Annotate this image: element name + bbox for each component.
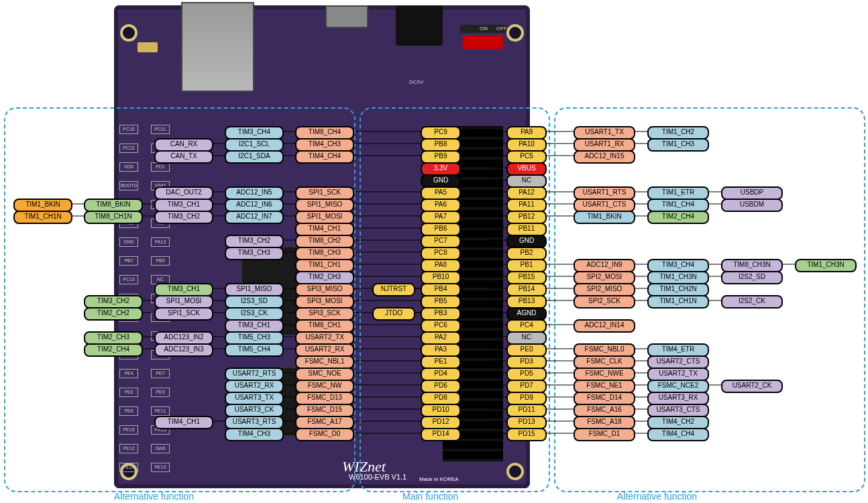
pin-dacout2: DAC_OUT2 (154, 186, 213, 200)
pin-tim8ch1n: TIM8_CH1N (84, 211, 143, 224)
pin-pb15: PB15 (506, 271, 547, 284)
dc5v-label: DC5V (409, 79, 423, 85)
pin-tim3ch1: TIM3_CH1 (154, 199, 213, 212)
pin-pa3: PA3 (421, 343, 461, 357)
pin-usbdp: USBDP (721, 186, 783, 200)
pin-usart3rts: USART3_RTS (225, 416, 284, 429)
pin-pa2: PA2 (421, 331, 461, 345)
pin-usart3tx: USART3_TX (225, 392, 284, 405)
pin-pc6: PC6 (421, 319, 461, 333)
pin-pd13: PD13 (506, 416, 547, 429)
pin-nc: NC (506, 174, 547, 188)
pin-usart1rts: USART1_RTS (574, 186, 635, 200)
pin-usart2cts: USART2_CTS (647, 355, 709, 369)
pin-pd6: PD6 (421, 380, 461, 393)
pin-tim2ch2: TIM2_CH2 (84, 307, 143, 321)
pin-tim4ch1: TIM4_CH1 (154, 416, 213, 429)
pin-tim2ch4: TIM2_CH4 (647, 211, 709, 224)
pin-tim3ch3: TIM3_CH3 (225, 247, 284, 260)
pin-fsmcnbl1: FSMC_NBL1 (295, 355, 354, 369)
off-label: OFF (496, 25, 507, 32)
pin-fsmcd1: FSMC_D1 (574, 428, 635, 441)
pin-fsmca16: FSMC_A16 (574, 404, 635, 417)
pin-usart3rx: USART3_RX (647, 392, 709, 405)
pin-spi2sck: SPI2_SCK (574, 295, 635, 309)
pin-pb2: PB2 (506, 247, 547, 260)
pin-tim1ch4: TIM1_CH4 (647, 199, 709, 212)
mounting-hole (506, 24, 524, 42)
power-switch (463, 36, 503, 49)
pin-tim4ch4: TIM4_CH4 (295, 150, 354, 164)
usb-connector (325, 5, 368, 28)
pin-pc8: PC8 (421, 247, 461, 260)
pin-usart2tx: USART2_TX (647, 368, 709, 381)
pin-usart2rx: USART2_RX (295, 343, 354, 357)
pin-pa7: PA7 (421, 211, 461, 224)
pin-usart1cts: USART1_CTS (574, 199, 635, 212)
pin-i2c1sda: I2C1_SDA (225, 150, 284, 164)
pin-pc9: PC9 (421, 126, 461, 139)
pin-tim3ch4: TIM3_CH4 (225, 126, 284, 139)
pin-i2s2sd: I2S2_SD (721, 271, 783, 284)
pin-fsmcnw: FSMC_NW (295, 380, 354, 393)
pin-pb10: PB10 (421, 271, 461, 284)
pin-tim8ch1: TIM8_CH1 (295, 319, 354, 333)
pin-adc12in14: ADC12_IN14 (574, 319, 635, 333)
pin-pa9: PA9 (506, 126, 547, 139)
pin-adc12in6: ADC12_IN6 (225, 199, 284, 212)
pin-fsmcnwe: FSMC_NWE (574, 368, 635, 381)
pin-tim8bkin: TIM8_BKIN (84, 199, 143, 212)
pin-adc12in15: ADC12_IN15 (574, 150, 635, 164)
pin-fsmcd14: FSMC_D14 (574, 392, 635, 405)
pin-pa8: PA8 (421, 259, 461, 272)
pin-tim1bkin: TIM1_BKIN (13, 199, 72, 212)
pin-pd8: PD8 (421, 392, 461, 405)
pin-pa12: PA12 (506, 186, 547, 200)
pin-pe1: PE1 (421, 355, 461, 369)
pin-usart2rts: USART2_RTS (225, 368, 284, 381)
pin-pb11: PB11 (506, 223, 547, 236)
pin-pb8: PB8 (421, 138, 461, 152)
pin-pd14: PD14 (421, 428, 461, 441)
pin-tim3ch1: TIM3_CH1 (154, 283, 213, 296)
pin-tim1ch2n: TIM1_CH2N (647, 283, 709, 296)
pin-usbdm: USBDM (721, 199, 783, 212)
pin-i2s3ck: I2S3_CK (225, 307, 284, 321)
pin-pb9: PB9 (421, 150, 461, 164)
pin-spi3mosi: SPI3_MOSI (295, 295, 354, 309)
pin-usart2tx: USART2_TX (295, 331, 354, 345)
pin-fsmca18: FSMC_A18 (574, 416, 635, 429)
pin-fsmcd15: FSMC_D15 (295, 404, 354, 417)
pin-usart3ck: USART3_CK (225, 404, 284, 417)
pin-tim1ch1n: TIM1_CH1N (13, 211, 72, 224)
pin-pb3: PB3 (421, 307, 461, 321)
pin-spi3miso: SPI3_MISO (295, 283, 354, 296)
pin-pd15: PD15 (506, 428, 547, 441)
pin-pb6: PB6 (421, 223, 461, 236)
pin-adc12in5: ADC12_IN5 (225, 186, 284, 200)
pin-jtdo: JTDO (372, 307, 415, 321)
pin-pd11: PD11 (506, 404, 547, 417)
pin-tim1ch2: TIM1_CH2 (647, 126, 709, 139)
pin-pc5: PC5 (506, 150, 547, 164)
pin-pd3: PD3 (506, 355, 547, 369)
pin-pa5: PA5 (421, 186, 461, 200)
pin-fsmcnbl0: FSMC_NBL0 (574, 343, 635, 357)
pin-pd12: PD12 (421, 416, 461, 429)
pin-pb5: PB5 (421, 295, 461, 309)
pin-pe0: PE0 (506, 343, 547, 357)
pin-i2c1scl: I2C1_SCL (225, 138, 284, 152)
pin-fsmca17: FSMC_A17 (295, 416, 354, 429)
main-label: Main function (402, 491, 458, 502)
pin-vbus: VBUS (506, 162, 547, 176)
pin-canrx: CAN_RX (154, 138, 213, 152)
pin-33v: 3.3V (421, 162, 461, 176)
pin-spi1mosi: SPI1_MOSI (295, 211, 354, 224)
pin-pa10: PA10 (506, 138, 547, 152)
pin-tim1ch1: TIM1_CH1 (295, 259, 354, 272)
pin-fsmcne1: FSMC_NE1 (574, 380, 635, 393)
pin-tim8ch3n: TIM8_CH3N (721, 259, 783, 272)
pin-tim2ch3: TIM2_CH3 (295, 271, 354, 284)
pin-tim1etr: TIM1_ETR (647, 186, 709, 200)
pin-tim4ch1: TIM4_CH1 (295, 223, 354, 236)
